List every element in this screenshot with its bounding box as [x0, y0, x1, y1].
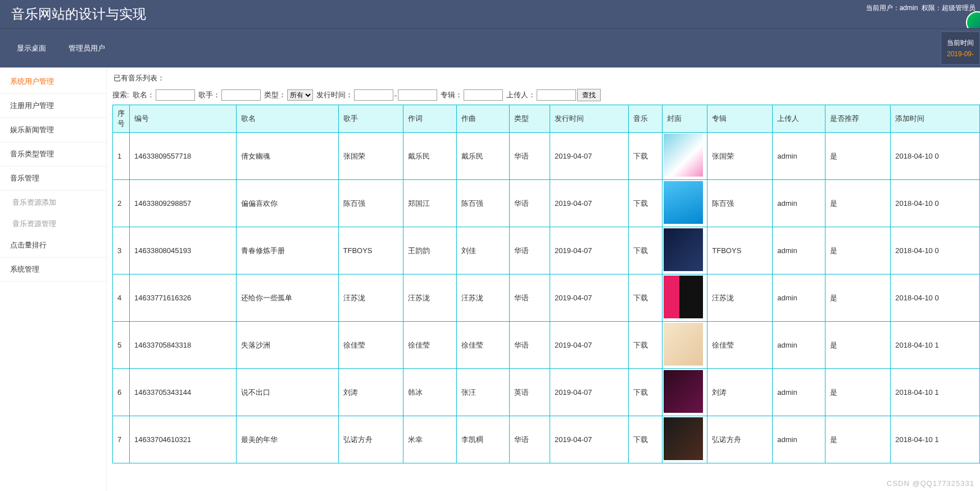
table-cell: 徐佳莹	[338, 322, 403, 369]
label-album: 专辑：	[441, 90, 462, 100]
download-link[interactable]: 下载	[633, 152, 648, 160]
select-type[interactable]: 所有	[287, 89, 313, 101]
input-album[interactable]	[464, 89, 503, 101]
table-cell: 14633771616326	[130, 274, 237, 322]
table-cell: 倩女幽魂	[237, 133, 339, 180]
sidebar-item[interactable]: 系统用户管理	[0, 71, 106, 92]
table-cell: admin	[773, 416, 825, 463]
download-link[interactable]: 下载	[633, 294, 648, 302]
cover-thumbnail[interactable]	[664, 228, 703, 271]
input-singer[interactable]	[221, 89, 261, 101]
table-cell: 陈百强	[707, 180, 773, 227]
table-cell: 2018-04-10 0	[891, 227, 980, 274]
table-cell: 是	[825, 133, 891, 180]
column-header: 歌名	[237, 105, 339, 133]
table-cell: 4	[113, 274, 130, 322]
table-cell: 是	[825, 322, 891, 369]
table-cell: 2019-04-07	[550, 322, 628, 369]
nav-admin-user[interactable]: 管理员用户	[57, 38, 116, 59]
table-cell: 2018-04-10 0	[891, 133, 980, 180]
sidebar-item[interactable]: 音乐资源管理	[0, 213, 106, 235]
table-cell: admin	[773, 322, 825, 369]
table-cell: admin	[773, 274, 825, 322]
label-song-name: 歌名：	[133, 90, 155, 100]
column-header: 专辑	[707, 105, 773, 133]
table-cell: 2019-04-07	[550, 416, 628, 463]
music-table: 序号编号歌名歌手作词作曲类型发行时间音乐封面专辑上传人是否推荐添加时间 1146…	[112, 105, 980, 463]
current-user-info: 当前用户：admin 权限：超级管理员	[866, 3, 976, 13]
content-area: 已有音乐列表： 搜索: 歌名： 歌手： 类型： 所有 发行时间： - 专辑： 上…	[107, 67, 980, 491]
list-title: 已有音乐列表：	[112, 73, 980, 83]
table-cell: 5	[113, 322, 130, 369]
table-cell: admin	[773, 227, 825, 274]
sidebar-item[interactable]: 音乐类型管理	[0, 143, 106, 165]
cover-thumbnail[interactable]	[664, 276, 703, 318]
sidebar-item[interactable]: 音乐资源添加	[0, 192, 106, 213]
column-header: 音乐	[629, 105, 663, 133]
table-row: 514633705843318失落沙洲徐佳莹徐佳莹徐佳莹华语2019-04-07…	[113, 322, 980, 369]
top-nav: 显示桌面 管理员用户 当前时间 2019-09-	[0, 28, 980, 67]
page-title: 音乐网站的设计与实现	[11, 5, 146, 23]
column-header: 作词	[403, 105, 456, 133]
table-cell: 汪苏泷	[456, 274, 509, 322]
table-cell: 2018-04-10 1	[891, 369, 980, 416]
sidebar-item[interactable]: 系统管理	[0, 259, 106, 280]
cover-thumbnail[interactable]	[664, 323, 703, 366]
table-cell: 失落沙洲	[237, 322, 339, 369]
nav-desktop[interactable]: 显示桌面	[6, 38, 57, 59]
sidebar-item[interactable]: 注册用户管理	[0, 95, 106, 116]
download-link[interactable]: 下载	[633, 199, 648, 208]
table-row: 114633809557718倩女幽魂张国荣戴乐民戴乐民华语2019-04-07…	[113, 133, 980, 180]
download-link[interactable]: 下载	[633, 341, 648, 349]
sidebar-item[interactable]: 点击量排行	[0, 235, 106, 256]
column-header: 类型	[509, 105, 550, 133]
cover-thumbnail[interactable]	[664, 181, 703, 224]
table-cell: 王韵韵	[403, 227, 456, 274]
cover-thumbnail[interactable]	[664, 370, 703, 413]
table-cell: 2018-04-10 1	[891, 416, 980, 463]
cover-thumbnail[interactable]	[664, 417, 703, 460]
sidebar-item[interactable]: 娱乐新闻管理	[0, 119, 106, 141]
table-cell: 张国荣	[707, 133, 773, 180]
table-row: 714633704610321最美的年华弘诺方舟米幸李凯稠华语2019-04-0…	[113, 416, 980, 463]
search-button[interactable]: 查找	[577, 89, 601, 101]
table-cell: 戴乐民	[403, 133, 456, 180]
table-cell: 米幸	[403, 416, 456, 463]
download-link[interactable]: 下载	[633, 388, 648, 397]
download-link[interactable]: 下载	[633, 246, 648, 255]
input-song-name[interactable]	[156, 89, 195, 101]
cover-thumbnail[interactable]	[664, 134, 703, 177]
search-label: 搜索:	[112, 90, 129, 100]
download-link[interactable]: 下载	[633, 435, 648, 444]
table-cell: 弘诺方舟	[707, 416, 773, 463]
table-cell: 14633809557718	[130, 133, 237, 180]
table-cell: 2019-04-07	[550, 180, 628, 227]
table-cell: 2019-04-07	[550, 274, 628, 322]
search-bar: 搜索: 歌名： 歌手： 类型： 所有 发行时间： - 专辑： 上传人： 查找	[112, 89, 980, 101]
table-cell: 14633809298857	[130, 180, 237, 227]
sidebar: 系统用户管理注册用户管理娱乐新闻管理音乐类型管理音乐管理音乐资源添加音乐资源管理…	[0, 67, 107, 491]
time-box: 当前时间 2019-09-	[941, 31, 980, 65]
table-cell: 韩冰	[403, 369, 456, 416]
label-singer: 歌手：	[198, 90, 220, 100]
table-cell: 是	[825, 416, 891, 463]
table-cell: 陈百强	[338, 180, 403, 227]
table-cell: 张国荣	[338, 133, 403, 180]
table-cell: 刘佳	[456, 227, 509, 274]
table-cell: 最美的年华	[237, 416, 339, 463]
input-pubtime-from[interactable]	[354, 89, 393, 101]
column-header: 作曲	[456, 105, 509, 133]
table-row: 314633808045193青春修炼手册TFBOYS王韵韵刘佳华语2019-0…	[113, 227, 980, 274]
input-pubtime-to[interactable]	[398, 89, 437, 101]
table-cell: 汪苏泷	[707, 274, 773, 322]
input-uploader[interactable]	[537, 89, 576, 101]
table-cell: 2018-04-10 0	[891, 180, 980, 227]
table-cell: 2018-04-10 0	[891, 274, 980, 322]
sidebar-item[interactable]: 音乐管理	[0, 168, 106, 189]
table-cell: 华语	[509, 416, 550, 463]
table-row: 214633809298857偏偏喜欢你陈百强郑国江陈百强华语2019-04-0…	[113, 180, 980, 227]
table-cell: 华语	[509, 227, 550, 274]
table-cell: 徐佳莹	[403, 322, 456, 369]
table-cell: admin	[773, 133, 825, 180]
column-header: 编号	[130, 105, 237, 133]
